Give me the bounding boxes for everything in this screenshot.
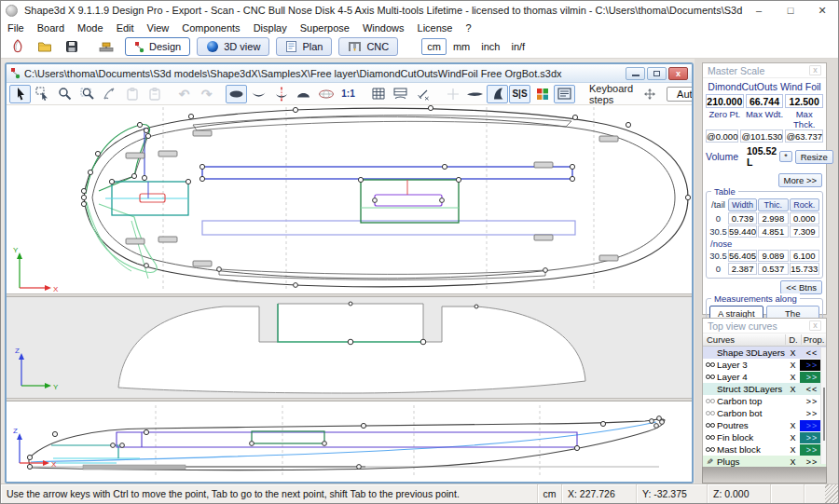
curve-row-shape-3dlayers[interactable]: Shape 3DLayersX<<	[703, 347, 826, 359]
curve-display-toggle[interactable]: X	[786, 385, 800, 394]
curve-display-toggle[interactable]: X	[786, 373, 800, 382]
prop-column-header[interactable]: Prop.	[801, 334, 826, 345]
column-header-rock-str[interactable]: Rock. Str	[790, 198, 819, 211]
curve-row-fin-block[interactable]: Fin blockX>>	[703, 431, 826, 443]
tail-row-0-value[interactable]: 0.739	[728, 212, 757, 225]
top-view-canvas[interactable]: Y X	[7, 105, 692, 293]
maximize-icon[interactable]: □	[775, 1, 806, 20]
plan-mode-button[interactable]: Plan	[276, 37, 332, 56]
curve-row-poutres[interactable]: PoutresX>>	[703, 419, 826, 431]
menu-board[interactable]: Board	[31, 21, 71, 34]
select-zone-tool-icon[interactable]	[32, 85, 53, 103]
max-thickness-position[interactable]: @63.737	[785, 129, 823, 143]
layer-visibility-icon[interactable]	[703, 423, 717, 428]
max-width-position[interactable]: @101.530	[740, 129, 783, 143]
nose-row-1-value[interactable]: 2.387	[728, 263, 757, 275]
guidelines-icon[interactable]	[390, 85, 411, 103]
zoom-tool-icon[interactable]	[54, 85, 76, 103]
curve-display-toggle[interactable]: X	[786, 433, 800, 443]
curve-row-struct-3dlayers[interactable]: Struct 3DLayersX<<	[703, 383, 826, 395]
save-icon[interactable]	[60, 37, 84, 57]
slice-shape[interactable]	[118, 304, 585, 393]
menu-display[interactable]: Display	[247, 21, 294, 34]
nose-row-0-value[interactable]: 9.089	[758, 250, 788, 262]
doc-minimize-icon[interactable]	[626, 67, 645, 80]
close-icon[interactable]: x	[809, 320, 821, 331]
layer-visibility-icon[interactable]	[703, 447, 717, 452]
paste-tool-icon[interactable]	[144, 85, 165, 103]
nose-row-0-value[interactable]: 6.100	[790, 250, 819, 262]
column-header-width[interactable]: Width	[728, 198, 757, 211]
thickness-value[interactable]: 12.500	[785, 94, 823, 108]
threed-view-button[interactable]: 3D view	[197, 37, 269, 56]
resize-grip[interactable]	[825, 484, 838, 503]
design-mode-button[interactable]: Design	[125, 37, 190, 56]
pan-hand-tool-icon[interactable]	[99, 85, 120, 103]
tail-row-0-value[interactable]: 2.998	[758, 212, 788, 225]
menu-file[interactable]: File	[1, 21, 31, 34]
colors-icon[interactable]	[531, 85, 553, 103]
new-board-icon[interactable]	[6, 37, 30, 57]
display-column-header[interactable]: D.	[785, 334, 801, 345]
brush-icon[interactable]: ✎	[703, 457, 717, 467]
fin-icon[interactable]	[487, 85, 508, 103]
cnc-mode-button[interactable]: CNC	[338, 37, 398, 56]
unit-in-f[interactable]: in/f	[506, 39, 530, 54]
properties-panel-icon[interactable]	[554, 85, 575, 103]
menu-help[interactable]: ?	[459, 21, 477, 34]
menu-edit[interactable]: Edit	[110, 21, 141, 34]
layer-visibility-icon[interactable]	[703, 411, 717, 415]
auto-button[interactable]: Auto	[667, 87, 694, 102]
curve-row-layer-3[interactable]: Layer 3X>>	[703, 359, 826, 371]
unit-cm[interactable]: cm	[421, 38, 447, 55]
curve-row-layer-4[interactable]: Layer 4X>>	[703, 371, 826, 383]
bottom-curve[interactable]	[31, 422, 656, 462]
tail-row-1-value[interactable]: 59.440	[728, 225, 757, 238]
move-steps-icon[interactable]	[639, 85, 660, 103]
one-to-one-zoom[interactable]: 1:1	[337, 85, 359, 103]
profile-view-icon[interactable]	[248, 85, 269, 103]
tail-row-1-value[interactable]: 7.309	[790, 225, 819, 238]
curve-display-toggle[interactable]: X	[786, 361, 800, 370]
close-icon[interactable]: ✕	[806, 1, 838, 20]
thickness-view-icon[interactable]	[293, 85, 314, 103]
layer-visibility-icon[interactable]	[703, 375, 717, 379]
layer-visibility-icon[interactable]	[703, 362, 717, 367]
wireframe-view-icon[interactable]	[315, 85, 337, 103]
profile-view-canvas[interactable]: Z X	[7, 402, 692, 482]
close-icon[interactable]: x	[809, 65, 821, 75]
master-scale-title-bar[interactable]: Master Scale x	[703, 63, 826, 78]
cutout-rectangles[interactable]	[105, 167, 575, 235]
length-value[interactable]: 210.000	[706, 94, 744, 108]
scrollbar-thumb[interactable]	[823, 388, 825, 442]
outline-view-icon[interactable]	[226, 85, 247, 103]
grid-icon[interactable]	[367, 85, 389, 103]
menu-components[interactable]: Components	[175, 21, 246, 34]
doc-close-icon[interactable]: x	[668, 67, 688, 80]
layer-visibility-icon[interactable]	[703, 435, 717, 440]
cutout-lines[interactable]	[51, 431, 577, 463]
curve-display-toggle[interactable]: X	[786, 421, 800, 430]
curve-display-toggle[interactable]: X	[786, 445, 800, 455]
tail-row-1-value[interactable]: 4.851	[758, 225, 788, 238]
copy-tool-icon[interactable]	[121, 85, 143, 103]
pointer-tool-icon[interactable]	[9, 85, 31, 103]
curve-row-carbon-bot[interactable]: Carbon bot>>	[703, 407, 826, 419]
btns-button[interactable]: << Btns	[780, 280, 822, 294]
curve-row-carbon-top[interactable]: Carbon top>>	[703, 395, 826, 407]
curve-display-toggle[interactable]: X	[786, 348, 800, 358]
board-outline[interactable]	[84, 108, 688, 287]
minimize-icon[interactable]: –	[743, 1, 775, 20]
column-header-thic-str[interactable]: Thic. Str	[758, 198, 788, 211]
plug-markers[interactable]	[126, 130, 618, 266]
zoom-window-tool-icon[interactable]	[76, 85, 98, 103]
more-button[interactable]: More >>	[778, 173, 822, 187]
nose-row-0-value[interactable]: 56.405	[728, 250, 757, 262]
resize-button[interactable]: Resize	[795, 150, 833, 164]
nose-row-1-value[interactable]: 0.537	[758, 263, 788, 275]
redo-icon[interactable]: ↷	[196, 85, 217, 103]
scan-machine-icon[interactable]	[94, 37, 118, 57]
control-points[interactable]	[27, 416, 664, 470]
zero-pt-value[interactable]: @0.000	[706, 129, 738, 143]
tail-row-0-value[interactable]: 0.000	[790, 212, 819, 225]
